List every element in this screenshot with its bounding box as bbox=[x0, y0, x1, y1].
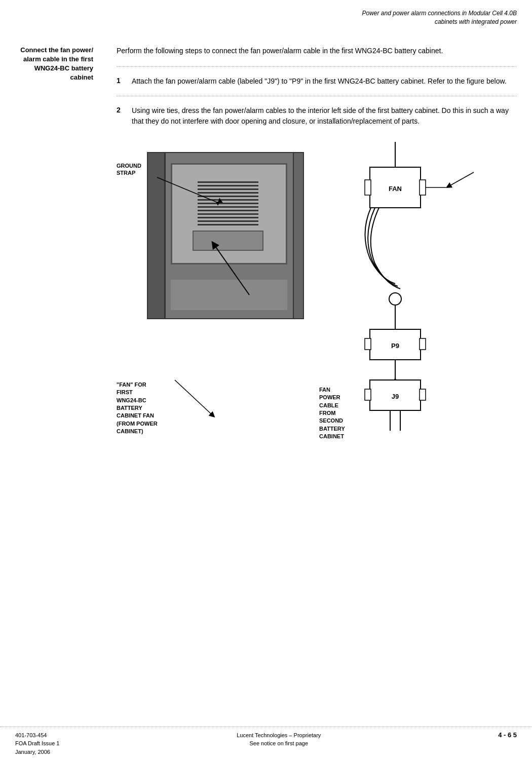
step-1-number: 1 bbox=[117, 76, 132, 87]
left-column: Connect the fan power/ alarm cable in th… bbox=[0, 31, 101, 731]
schematic-svg: FAN bbox=[329, 142, 481, 441]
divider-1 bbox=[117, 66, 517, 67]
intro-text: Perform the following steps to connect t… bbox=[117, 46, 517, 56]
page-number: 4 - 6 5 bbox=[498, 731, 517, 739]
header-line2: cabinets with integrated power bbox=[435, 18, 517, 25]
fan-right-connector bbox=[420, 180, 426, 195]
divider-2 bbox=[117, 96, 517, 96]
footer-center-line1: Lucent Technologies – Proprietary bbox=[237, 732, 321, 738]
fan-power-cable-label: FAN POWER CABLE FROM SECOND BATTERY CABI… bbox=[319, 386, 345, 441]
footer-right: 4 - 6 5 bbox=[498, 731, 517, 739]
section-heading: Connect the fan power/ alarm cable in th… bbox=[15, 46, 93, 83]
footer-left: 401-703-454 FOA Draft Issue 1 January, 2… bbox=[15, 731, 59, 756]
svg-line-6 bbox=[175, 380, 213, 415]
j9-label: J9 bbox=[392, 393, 399, 400]
footer-center: Lucent Technologies – Proprietary See no… bbox=[237, 731, 321, 748]
page-footer: 401-703-454 FOA Draft Issue 1 January, 2… bbox=[0, 727, 532, 761]
p9-label: P9 bbox=[391, 342, 399, 350]
step-2-row: 2 Using wire ties, dress the fan power/a… bbox=[117, 105, 517, 127]
fan-left-connector bbox=[365, 180, 371, 195]
heading-line2: alarm cable in the first bbox=[23, 55, 93, 63]
fan-for-first-label: "FAN" FOR FIRST WNG24-BC BATTERY CABINET… bbox=[117, 381, 158, 436]
svg-line-4 bbox=[214, 244, 249, 295]
heading-line1: Connect the fan power/ bbox=[20, 46, 93, 54]
step-1-row: 1 Attach the fan power/alarm cable (labe… bbox=[117, 76, 517, 87]
connector-circle bbox=[389, 293, 401, 305]
photo-section: GROUND STRAP bbox=[117, 142, 319, 446]
doc-number: 401-703-454 bbox=[15, 732, 47, 738]
right-column: Perform the following steps to connect t… bbox=[101, 31, 532, 731]
p9-left-connector bbox=[365, 338, 371, 350]
step-2-number: 2 bbox=[117, 105, 132, 127]
cabinet-photo bbox=[147, 152, 304, 319]
step-1-text: Attach the fan power/alarm cable (labele… bbox=[132, 76, 517, 87]
header-line1: Power and power alarm connections in Mod… bbox=[362, 10, 517, 17]
svg-line-11 bbox=[448, 172, 474, 186]
step-2-text: Using wire ties, dress the fan power/ala… bbox=[132, 105, 517, 127]
footer-date: January, 2006 bbox=[15, 749, 50, 755]
j9-left-connector bbox=[365, 389, 371, 400]
page-header: Power and power alarm connections in Mod… bbox=[0, 0, 532, 31]
diagram-area: GROUND STRAP bbox=[117, 142, 517, 446]
footer-draft: FOA Draft Issue 1 bbox=[15, 740, 59, 746]
heading-line3: WNG24-BC battery cabinet bbox=[34, 64, 93, 81]
fan-box-label: FAN bbox=[389, 185, 402, 193]
main-content: Connect the fan power/ alarm cable in th… bbox=[0, 31, 532, 731]
ground-strap-label: GROUND STRAP bbox=[117, 162, 141, 177]
schematic-section: FAN bbox=[319, 142, 517, 446]
photo-arrow-svg bbox=[148, 153, 303, 318]
j9-right-connector bbox=[420, 389, 426, 400]
p9-right-connector bbox=[420, 338, 426, 350]
footer-center-line2: See notice on first page bbox=[249, 740, 308, 746]
